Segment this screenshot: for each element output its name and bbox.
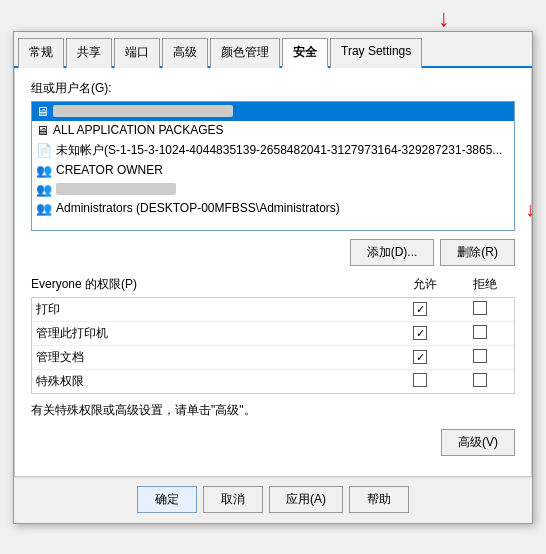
group-icon-blurred: 👥: [36, 182, 52, 197]
cancel-button[interactable]: 取消: [203, 486, 263, 513]
perm-allow-special[interactable]: [390, 373, 450, 390]
footer-note: 有关特殊权限或高级设置，请单击"高级"。: [31, 402, 515, 419]
allow-header: 允许: [395, 276, 455, 293]
perm-row-special: 特殊权限: [32, 370, 514, 393]
user-item-blurred[interactable]: 👥: [32, 180, 514, 199]
user-item-all-app[interactable]: 🖥 ALL APPLICATION PACKAGES: [32, 121, 514, 140]
perm-name-print: 打印: [36, 301, 390, 318]
tab-color[interactable]: 颜色管理: [210, 38, 280, 68]
perm-deny-special[interactable]: [450, 373, 510, 390]
dialog-footer: 确定 取消 应用(A) 帮助: [14, 477, 532, 523]
annotation-arrow-tray: ↓: [438, 4, 450, 32]
user-item-admin[interactable]: 👥 Administrators (DESKTOP-00MFBSS\Admini…: [32, 199, 514, 218]
user-item-creator[interactable]: 👥 CREATOR OWNER: [32, 161, 514, 180]
perm-name-manage-docs: 管理文档: [36, 349, 390, 366]
perm-name-manage-printer: 管理此打印机: [36, 325, 390, 342]
tab-content: 组或用户名(G): 🖥 🖥 ALL APPLICATION PACKAGES 📄…: [14, 68, 532, 477]
user-list[interactable]: 🖥 🖥 ALL APPLICATION PACKAGES 📄 未知帐户(S-1-…: [31, 101, 515, 231]
perm-row-print: 打印: [32, 298, 514, 322]
permissions-title: Everyone 的权限(P): [31, 276, 395, 293]
add-button[interactable]: 添加(D)...: [350, 239, 435, 266]
advanced-button[interactable]: 高级(V): [441, 429, 515, 456]
tab-tray-settings[interactable]: Tray Settings: [330, 38, 422, 68]
user-buttons-row: 添加(D)... 删除(R): [31, 239, 515, 266]
user-name-all-app: ALL APPLICATION PACKAGES: [53, 123, 224, 137]
perm-allow-print[interactable]: [390, 302, 450, 317]
permissions-section: Everyone 的权限(P) 允许 拒绝 打印 管理此打印机: [31, 276, 515, 394]
tab-sharing[interactable]: 共享: [66, 38, 112, 68]
computer-icon-2: 🖥: [36, 123, 49, 138]
group-icon-admin: 👥: [36, 201, 52, 216]
user-name-selected: [53, 105, 233, 117]
document-icon: 📄: [36, 143, 52, 158]
checkbox-manage-printer-allow[interactable]: [413, 326, 427, 340]
checkbox-special-allow[interactable]: [413, 373, 427, 387]
remove-button[interactable]: 删除(R): [440, 239, 515, 266]
tab-advanced[interactable]: 高级: [162, 38, 208, 68]
perm-allow-manage-docs[interactable]: [390, 350, 450, 365]
user-item-unknown[interactable]: 📄 未知帐户(S-1-15-3-1024-4044835139-26584820…: [32, 140, 514, 161]
help-button[interactable]: 帮助: [349, 486, 409, 513]
checkbox-manage-docs-allow[interactable]: [413, 350, 427, 364]
advanced-row: 高级(V): [31, 429, 515, 456]
user-name-unknown: 未知帐户(S-1-15-3-1024-4044835139-2658482041…: [56, 142, 502, 159]
tab-bar: 常规 共享 端口 高级 颜色管理 安全 Tray Settings ↓: [14, 32, 532, 68]
permissions-header: Everyone 的权限(P) 允许 拒绝: [31, 276, 515, 293]
user-name-admin: Administrators (DESKTOP-00MFBSS\Administ…: [56, 201, 340, 215]
confirm-button[interactable]: 确定: [137, 486, 197, 513]
checkbox-print-deny[interactable]: [473, 301, 487, 315]
checkbox-manage-docs-deny[interactable]: [473, 349, 487, 363]
checkbox-special-deny[interactable]: [473, 373, 487, 387]
perm-allow-manage-printer[interactable]: [390, 326, 450, 341]
dialog-window: 常规 共享 端口 高级 颜色管理 安全 Tray Settings ↓ 组或用户…: [13, 31, 533, 524]
perm-deny-manage-printer[interactable]: [450, 325, 510, 342]
perm-deny-manage-docs[interactable]: [450, 349, 510, 366]
group-icon-creator: 👥: [36, 163, 52, 178]
user-item-selected[interactable]: 🖥: [32, 102, 514, 121]
annotation-arrow-admin: ↓: [525, 198, 535, 221]
apply-button[interactable]: 应用(A): [269, 486, 343, 513]
user-name-blurred: [56, 183, 176, 195]
perm-deny-print[interactable]: [450, 301, 510, 318]
tab-port[interactable]: 端口: [114, 38, 160, 68]
perm-name-special: 特殊权限: [36, 373, 390, 390]
user-name-creator: CREATOR OWNER: [56, 163, 163, 177]
group-label: 组或用户名(G):: [31, 80, 515, 97]
tab-general[interactable]: 常规: [18, 38, 64, 68]
perm-row-manage-printer: 管理此打印机: [32, 322, 514, 346]
checkbox-print-allow[interactable]: [413, 302, 427, 316]
user-list-container: 🖥 🖥 ALL APPLICATION PACKAGES 📄 未知帐户(S-1-…: [31, 101, 515, 231]
deny-header: 拒绝: [455, 276, 515, 293]
permissions-table: 打印 管理此打印机: [31, 297, 515, 394]
perm-row-manage-docs: 管理文档: [32, 346, 514, 370]
checkbox-manage-printer-deny[interactable]: [473, 325, 487, 339]
computer-icon: 🖥: [36, 104, 49, 119]
tab-security[interactable]: 安全: [282, 38, 328, 68]
